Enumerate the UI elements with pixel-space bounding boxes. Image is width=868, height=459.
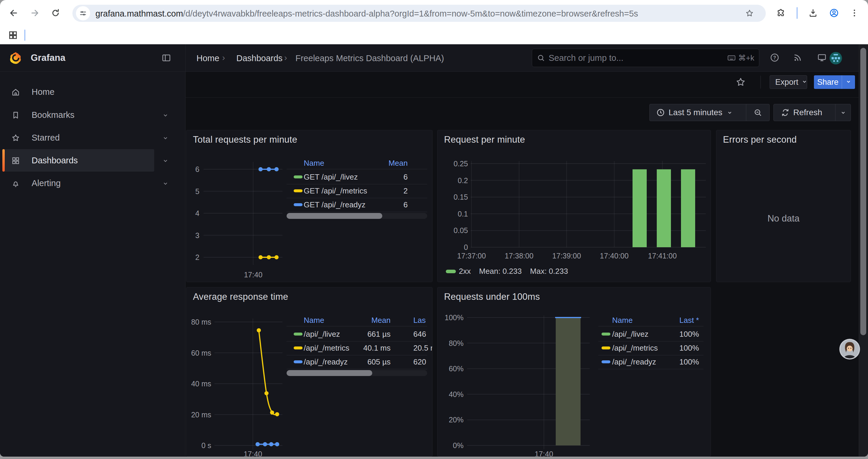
legend-series-name[interactable]: /api/_/livez (612, 330, 649, 339)
chart[interactable]: 0.250.20.150.10.05017:37:0017:38:0017:39… (438, 130, 711, 282)
search-input[interactable] (549, 53, 727, 63)
chevron-down-icon[interactable] (162, 157, 169, 164)
svg-text:0.15: 0.15 (454, 193, 468, 201)
extensions-icon[interactable] (775, 6, 788, 20)
grafana-app: Grafana Home Bookmarks Starred (0, 44, 868, 457)
user-avatar[interactable] (829, 52, 843, 65)
news-rss-icon[interactable] (793, 53, 804, 64)
legend-series-name[interactable]: /api/_/metrics (612, 343, 658, 353)
sidebar-item-starred[interactable]: Starred (0, 126, 186, 149)
legend-value: 100% (680, 330, 699, 339)
panel-title[interactable]: Errors per second (723, 134, 797, 145)
chevron-down-icon (845, 78, 852, 87)
table-scrollbar-thumb[interactable] (286, 370, 372, 376)
search-box[interactable]: ⌘+k (532, 49, 759, 67)
bookmarks-bar: Freeleaps 收藏博客 (0, 26, 868, 44)
chevron-down-icon[interactable] (726, 109, 733, 116)
table-rule (598, 369, 704, 369)
table-rule (286, 341, 427, 341)
table-scrollbar-thumb[interactable] (286, 213, 382, 219)
legend-series-name[interactable]: GET /api/_/livez (304, 172, 358, 182)
legend-value: 6 (404, 200, 408, 209)
page-scrollbar-thumb[interactable] (860, 48, 866, 335)
menu-kebab-icon[interactable] (848, 6, 861, 20)
svg-text:17:40:00: 17:40:00 (600, 252, 628, 260)
time-range-group: Last 5 minutes (649, 104, 770, 121)
floating-assistant-avatar[interactable] (839, 338, 860, 360)
bar[interactable] (632, 169, 647, 247)
share-dropdown-button[interactable] (842, 75, 855, 89)
apps-grid-icon[interactable] (6, 29, 20, 42)
forward-icon[interactable] (28, 6, 41, 20)
legend-series-name[interactable]: GET /api/_/readyz (304, 200, 366, 209)
legend-series-name[interactable]: /api/_/metrics (304, 343, 349, 353)
monitor-icon[interactable] (817, 53, 828, 64)
legend-value: 661 µs (367, 330, 391, 339)
sidebar-collapse-icon[interactable] (161, 53, 172, 64)
chevron-down-icon[interactable] (162, 134, 169, 141)
chevron-down-icon[interactable] (162, 180, 169, 187)
site-settings-icon[interactable] (76, 6, 90, 21)
legend-header[interactable]: Las (413, 316, 426, 325)
sidebar-item-label: Home (32, 87, 54, 97)
svg-text:17:41:00: 17:41:00 (648, 252, 677, 260)
legend-header[interactable]: Mean (371, 316, 391, 325)
address-bar[interactable]: grafana.mathmast.com/d/deytv4rwavabkb/fr… (72, 5, 766, 22)
series-swatch[interactable] (601, 347, 610, 350)
sidebar-item-dashboards[interactable]: Dashboards (0, 149, 186, 172)
chevron-down-icon (801, 78, 808, 87)
bar[interactable] (657, 169, 671, 247)
series-swatch[interactable] (601, 333, 610, 335)
sidebar-item-home[interactable]: Home (0, 80, 186, 103)
bookmarks-divider (24, 30, 25, 41)
series-swatch[interactable] (294, 360, 303, 363)
help-icon[interactable]: ? (770, 53, 781, 64)
series-swatch[interactable] (601, 360, 610, 363)
legend-table: NameMeanLas/api/_/livez661 µs646/api/_/m… (186, 287, 432, 456)
breadcrumb-dashboards[interactable]: Dashboards (236, 54, 282, 63)
download-icon[interactable] (807, 6, 819, 20)
legend-header[interactable]: Last * (680, 316, 699, 325)
legend-series-name[interactable]: GET /api/_/metrics (304, 186, 367, 196)
legend-header[interactable]: Mean (389, 159, 408, 168)
legend-series-name[interactable]: /api/_/livez (304, 330, 340, 339)
svg-text:17:38:00: 17:38:00 (505, 252, 533, 260)
bar[interactable] (681, 169, 695, 247)
toolbar-separator (186, 97, 868, 98)
sidebar-item-bookmarks[interactable]: Bookmarks (0, 104, 186, 126)
series-swatch[interactable] (294, 175, 303, 178)
bookmark-star-icon[interactable] (745, 9, 754, 19)
dashboards-grid-icon (11, 156, 20, 165)
grafana-logo[interactable] (9, 52, 23, 65)
share-button[interactable]: Share (814, 75, 842, 89)
chevron-down-icon[interactable] (840, 109, 846, 116)
chevron-down-icon[interactable] (162, 112, 169, 119)
breadcrumb-separator: › (284, 53, 287, 63)
table-rule (286, 198, 427, 198)
legend-header[interactable]: Name (612, 316, 632, 325)
legend-value: 605 µs (367, 357, 391, 366)
legend-series-name[interactable]: /api/_/readyz (304, 357, 348, 366)
favorite-star-icon[interactable] (735, 77, 746, 88)
legend-header[interactable]: Name (304, 159, 324, 168)
series-swatch[interactable] (294, 189, 303, 192)
profile-icon[interactable] (828, 6, 840, 20)
legend-header[interactable]: Name (304, 316, 324, 325)
time-range-label[interactable]: Last 5 minutes (669, 108, 722, 117)
legend-series-name[interactable]: /api/_/readyz (612, 357, 656, 366)
refresh-label[interactable]: Refresh (793, 108, 822, 117)
export-button[interactable]: Export (770, 75, 807, 89)
panel-requests-under-100ms: Requests under 100ms 100%80%60%40%20%0%1… (437, 287, 711, 457)
series-swatch[interactable] (294, 347, 303, 350)
brand-name[interactable]: Grafana (31, 53, 65, 63)
legend-value: 100% (680, 357, 699, 366)
series-swatch[interactable] (294, 333, 303, 335)
zoom-out-icon[interactable] (753, 108, 762, 117)
table-rule (286, 369, 427, 369)
url-text[interactable]: grafana.mathmast.com/d/deytv4rwavabkb/fr… (95, 9, 638, 19)
breadcrumb-home[interactable]: Home (196, 54, 219, 63)
sidebar-item-alerting[interactable]: Alerting (0, 172, 186, 194)
back-icon[interactable] (7, 6, 20, 20)
reload-icon[interactable] (49, 6, 62, 20)
series-swatch[interactable] (294, 203, 303, 206)
